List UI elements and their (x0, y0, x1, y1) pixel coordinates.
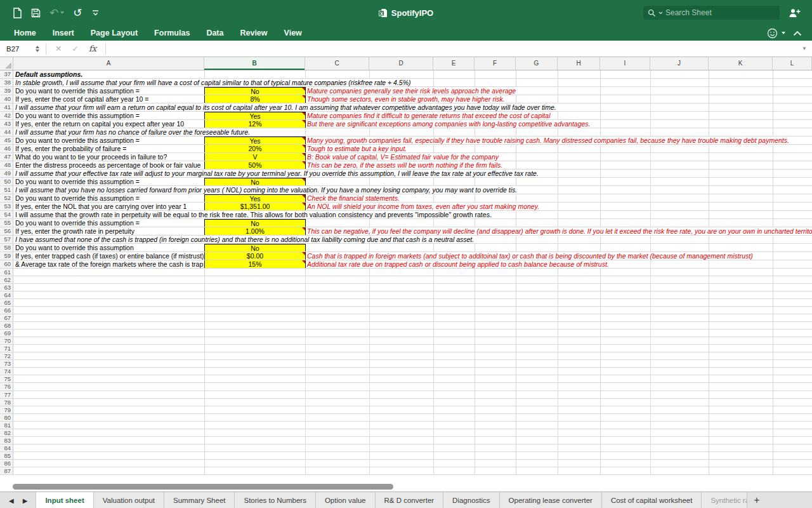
input-cell[interactable]: 50% (204, 161, 306, 169)
row-cells[interactable]: Do you want to override this assumption … (13, 137, 812, 144)
row-cells[interactable]: I will assume that the growth rate in pe… (13, 211, 812, 218)
note-cell[interactable]: I will assume that your firm has no chan… (13, 128, 252, 136)
column-header-I[interactable]: I (600, 57, 650, 70)
search-box[interactable] (643, 6, 780, 20)
comment-cell[interactable]: Many young, growth companies fail, espec… (306, 137, 791, 144)
label-cell[interactable]: Do you want to override this assumption … (13, 194, 140, 202)
row-cells[interactable]: Enter the distress proceeds as percentag… (13, 161, 812, 169)
column-header-H[interactable]: H (558, 57, 600, 70)
cancel-icon[interactable]: ✕ (55, 44, 62, 53)
select-all-corner[interactable] (0, 57, 13, 70)
column-header-D[interactable]: D (369, 57, 433, 70)
row-header[interactable]: 73 (0, 360, 13, 367)
row-cells[interactable]: Do you want to override this assumption … (13, 112, 812, 119)
label-cell[interactable]: If yes, enter the growth rate in perpetu… (13, 227, 134, 235)
note-cell[interactable]: I will assume that your effective tax ra… (13, 170, 540, 177)
label-cell[interactable]: & Average tax rate of the foreign market… (13, 260, 204, 268)
input-cell[interactable]: Yes (204, 112, 306, 119)
row-header[interactable]: 81 (0, 422, 13, 429)
name-box[interactable]: B27 (0, 45, 42, 53)
ribbon-tab-view[interactable]: View (284, 29, 302, 37)
row-header[interactable]: 63 (0, 284, 13, 291)
input-cell[interactable]: No (204, 219, 306, 227)
column-header-J[interactable]: J (650, 57, 709, 70)
row-cells[interactable] (13, 399, 812, 406)
row-cells[interactable]: Do you want to override this assumptionN… (13, 244, 812, 251)
input-cell[interactable]: No (204, 244, 306, 251)
input-cell[interactable]: No (204, 87, 306, 95)
row-cells[interactable]: If yes, enter the growth rate in perpetu… (13, 227, 812, 235)
row-cells[interactable]: If yes, enter the cost of capital after … (13, 95, 812, 103)
row-cells[interactable]: Default assumptions. (13, 70, 812, 78)
sheet-tab-r-d-converter[interactable]: R& D converter (375, 492, 444, 508)
row-cells[interactable] (13, 322, 812, 329)
note-cell[interactable]: Default assumptions. (13, 70, 84, 78)
row-header[interactable]: 42 (0, 112, 13, 119)
row-cells[interactable] (13, 368, 812, 375)
row-header[interactable]: 78 (0, 399, 13, 406)
row-cells[interactable]: I have assumed that none of the cash is … (13, 236, 812, 243)
row-cells[interactable] (13, 444, 812, 451)
row-cells[interactable] (13, 422, 812, 429)
row-cells[interactable] (13, 360, 812, 367)
row-header[interactable]: 51 (0, 186, 13, 194)
row-header[interactable]: 69 (0, 330, 13, 337)
comment-cell[interactable]: Though some sectors, even in stable grow… (306, 95, 507, 103)
row-cells[interactable] (13, 406, 812, 413)
row-header[interactable]: 65 (0, 299, 13, 306)
label-cell[interactable]: If yes, enter the NOL that you are carry… (13, 203, 187, 210)
sheet-tab-summary-sheet[interactable]: Summary Sheet (164, 492, 235, 508)
row-cells[interactable] (13, 383, 812, 390)
row-header[interactable]: 46 (0, 145, 13, 152)
tab-scroll-right-icon[interactable]: ▶ (23, 497, 28, 504)
row-header[interactable]: 39 (0, 87, 13, 95)
column-header-A[interactable]: A (13, 57, 204, 70)
label-cell[interactable]: If yes, enter trapped cash (if taxes) or… (13, 252, 204, 260)
row-cells[interactable] (13, 452, 812, 459)
row-cells[interactable]: Do you want to override this assumption … (13, 87, 812, 95)
row-cells[interactable]: I will assume that your firm has no chan… (13, 128, 812, 136)
row-header[interactable]: 38 (0, 79, 13, 86)
row-header[interactable]: 71 (0, 345, 13, 352)
row-cells[interactable] (13, 284, 812, 291)
ribbon-tab-home[interactable]: Home (14, 29, 36, 37)
label-cell[interactable]: If yes, enter the probability of failure… (13, 145, 126, 152)
row-cells[interactable] (13, 460, 812, 467)
comment-cell[interactable]: B: Book value of capital, V= Estimated f… (306, 153, 501, 161)
row-header[interactable]: 50 (0, 178, 13, 185)
row-header[interactable]: 80 (0, 414, 13, 421)
row-header[interactable]: 54 (0, 211, 13, 218)
name-box-stepper[interactable] (36, 46, 39, 52)
comment-cell[interactable]: Cash that is trapped in foreign markets … (306, 252, 755, 260)
row-header[interactable]: 55 (0, 219, 13, 227)
sheet-tab-option-value[interactable]: Option value (315, 492, 376, 508)
label-cell[interactable]: Do you want to override this assumption (13, 244, 134, 251)
comment-cell[interactable]: This can be zero, if the assets will be … (306, 161, 504, 169)
formula-bar-expand-icon[interactable]: ▼ (802, 46, 807, 51)
comment-cell[interactable]: Mature companies find it difficult to ge… (306, 112, 552, 119)
row-header[interactable]: 57 (0, 236, 13, 243)
row-cells[interactable]: In stable growth, I will assume that you… (13, 79, 812, 86)
row-cells[interactable] (13, 391, 812, 398)
label-cell[interactable]: Do you want to override this assumption … (13, 178, 140, 185)
label-cell[interactable]: If yes, enter the cost of capital after … (13, 95, 148, 103)
column-header-L[interactable]: L (773, 57, 812, 70)
row-header[interactable]: 79 (0, 406, 13, 413)
sheet-tab-synthetic-ra[interactable]: Synthetic ra (701, 492, 747, 508)
ribbon-tab-insert[interactable]: Insert (53, 29, 74, 37)
row-cells[interactable]: I will assume that you have no losses ca… (13, 186, 812, 194)
input-cell[interactable]: $1,351.00 (204, 203, 306, 210)
insert-function-icon[interactable]: fx (89, 44, 96, 53)
comment-cell[interactable]: An NOL will shield your income from taxe… (306, 203, 541, 210)
input-cell[interactable]: 20% (204, 145, 306, 152)
collapse-ribbon-button[interactable] (793, 27, 802, 39)
input-cell[interactable]: No (204, 178, 306, 185)
note-cell[interactable]: In stable growth, I will assume that you… (13, 79, 413, 86)
row-header[interactable]: 40 (0, 95, 13, 103)
input-cell[interactable]: $0.00 (204, 252, 306, 260)
row-cells[interactable] (13, 269, 812, 276)
input-cell[interactable]: 12% (204, 120, 306, 128)
row-header[interactable]: 87 (0, 467, 13, 474)
quick-access-menu-button[interactable] (91, 9, 100, 17)
row-header[interactable]: 83 (0, 437, 13, 444)
